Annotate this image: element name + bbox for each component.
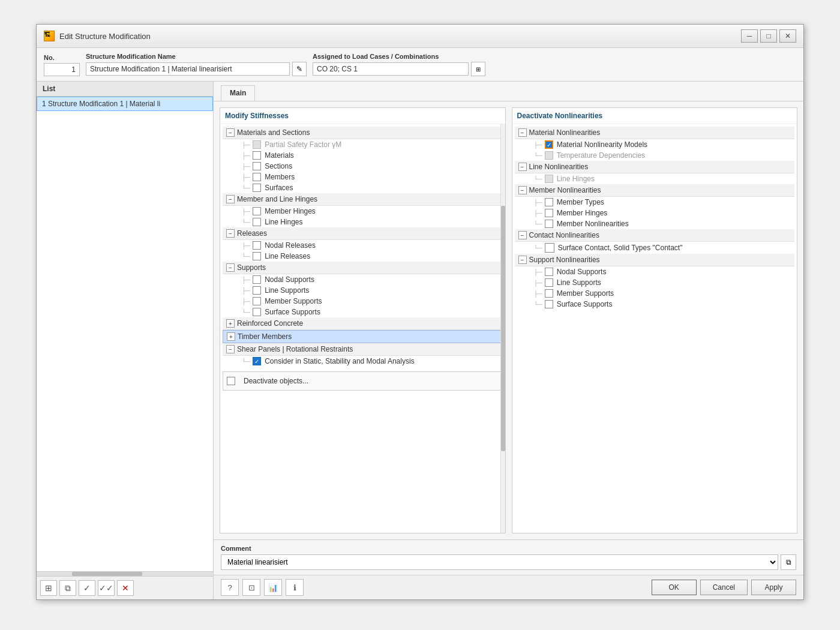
item-temperature-dep: └─ Temperature Dependencies [515,150,795,161]
connector-5: └─ [242,185,250,191]
modify-scrollbar[interactable] [500,124,505,533]
cb-materials[interactable] [253,151,261,160]
tab-main[interactable]: Main [221,85,255,101]
cb-partial-safety[interactable] [253,140,261,149]
cb-nodal-supports[interactable] [253,275,261,284]
item-member-hinges: ├─ Member Hinges [223,206,503,217]
check-item-button[interactable]: ✓ [79,580,95,596]
delete-item-button[interactable]: ✕ [117,580,134,596]
expand-materials-icon[interactable]: − [226,128,235,137]
name-input[interactable] [86,62,290,76]
no-input[interactable] [44,63,80,76]
cancel-button[interactable]: Cancel [700,580,748,595]
expand-member-hinges-icon[interactable]: − [226,195,235,203]
app-icon: 🏗 [44,31,55,41]
cb-line-releases[interactable] [253,252,261,260]
item-member-nonlinearities: └─ Member Nonlinearities [515,218,795,229]
edit-name-button[interactable]: ✎ [292,62,307,76]
connector-nl-8: ├─ [534,269,542,275]
group-material-nl: − Material Nonlinearities [515,127,795,139]
item-surface-contact: └─ Surface Contact, Solid Types "Contact… [515,242,795,254]
cb-member-supports-nl[interactable] [545,289,553,298]
cb-sections[interactable] [253,162,261,170]
cb-material-nl-models[interactable]: ✓ [545,140,553,149]
cb-line-hinges[interactable] [253,218,261,226]
item-surface-supports: └─ Surface Supports [223,307,503,317]
horizontal-scrollbar[interactable] [37,571,213,576]
item-surfaces: └─ Surfaces [223,182,503,193]
expand-releases-icon[interactable]: − [226,229,235,238]
label-material-nl-models: Material Nonlinearity Models [557,140,647,149]
ok-button[interactable]: OK [652,580,697,595]
expand-material-nl-icon[interactable]: − [518,128,527,137]
scroll-thumb [72,572,143,576]
cb-members[interactable] [253,173,261,181]
cb-nodal-supports-nl[interactable] [545,268,553,276]
cb-temperature-dep[interactable] [545,151,553,160]
apply-button[interactable]: Apply [751,580,796,595]
title-bar: 🏗 Edit Structure Modification ─ □ ✕ [37,25,803,48]
diagram-button[interactable]: 📊 [264,579,282,596]
expand-support-nl-icon[interactable]: − [518,256,527,264]
item-material-nl-models: ├─ ✓ Material Nonlinearity Models [515,139,795,150]
list-item[interactable]: 1 Structure Modification 1 | Material li [37,97,213,111]
add-item-button[interactable]: ⊞ [40,580,57,596]
connector-nl-10: ├─ [534,290,542,297]
expand-line-nl-icon[interactable]: − [518,163,527,171]
cb-member-types[interactable] [545,198,553,206]
cb-member-nonlinearities[interactable] [545,220,553,228]
member-line-hinges-label: Member and Line Hinges [237,195,317,203]
expand-contact-nl-icon[interactable]: − [518,231,527,239]
expand-supports-icon[interactable]: − [226,263,235,272]
connector-10: ├─ [242,277,250,283]
label-member-hinges-nl: Member Hinges [557,209,608,217]
cb-member-hinges-nl[interactable] [545,209,553,217]
view-button[interactable]: ⊡ [242,579,260,596]
cb-nodal-releases[interactable] [253,241,261,250]
cb-member-supports[interactable] [253,297,261,305]
cb-line-supports[interactable] [253,286,261,295]
expand-timber-icon[interactable]: + [227,332,235,341]
label-surface-supports: Surface Supports [265,308,320,316]
assigned-input[interactable] [313,62,469,76]
cb-surface-contact[interactable] [545,243,554,253]
close-button[interactable]: ✕ [779,29,796,43]
item-member-hinges-nl: ├─ Member Hinges [515,208,795,218]
comment-select[interactable]: Material linearisiert [221,554,778,570]
connector-nl-2: └─ [534,152,542,159]
item-members: ├─ Members [223,172,503,182]
connector-nl-4: ├─ [534,199,542,206]
check-all-button[interactable]: ✓✓ [98,580,115,596]
info-button[interactable]: ℹ [286,579,304,596]
deactivate-nonlinearities-panel: Deactivate Nonlinearities − Material Non… [512,107,798,533]
connector-2: ├─ [242,152,250,159]
expand-shear-icon[interactable]: − [226,345,235,353]
cb-consider-static[interactable]: ✓ [253,357,261,365]
timber-members-label: Timber Members [238,332,292,341]
assigned-table-button[interactable]: ⊞ [471,62,485,76]
help-button[interactable]: ? [221,579,239,596]
cb-surfaces[interactable] [253,184,261,192]
connector-12: ├─ [242,298,250,305]
cb-line-supports-nl[interactable] [545,278,553,287]
maximize-button[interactable]: □ [760,29,777,43]
window-title: Edit Structure Modification [59,32,741,41]
deactivate-content: − Material Nonlinearities ├─ ✓ Material … [512,124,797,533]
expand-reinforced-icon[interactable]: + [226,319,235,328]
comment-copy-button[interactable]: ⧉ [781,554,796,570]
cb-deactivate-objects[interactable] [227,377,235,385]
item-member-supports: ├─ Member Supports [223,296,503,307]
copy-item-button[interactable]: ⧉ [59,580,76,596]
minimize-button[interactable]: ─ [741,29,758,43]
item-member-supports-nl: ├─ Member Supports [515,288,795,299]
expand-member-nl-icon[interactable]: − [518,186,527,194]
cb-line-hinges-nl[interactable] [545,175,553,183]
connector-3: ├─ [242,163,250,170]
group-member-nl: − Member Nonlinearities [515,184,795,197]
cb-member-hinges[interactable] [253,207,261,215]
label-line-releases: Line Releases [265,252,310,260]
item-consider-static: └─ ✓ Consider in Static, Stability and M… [223,356,503,367]
cb-surface-supports-nl[interactable] [545,300,553,308]
cb-surface-supports[interactable] [253,308,261,316]
connector-nl-9: ├─ [534,280,542,286]
